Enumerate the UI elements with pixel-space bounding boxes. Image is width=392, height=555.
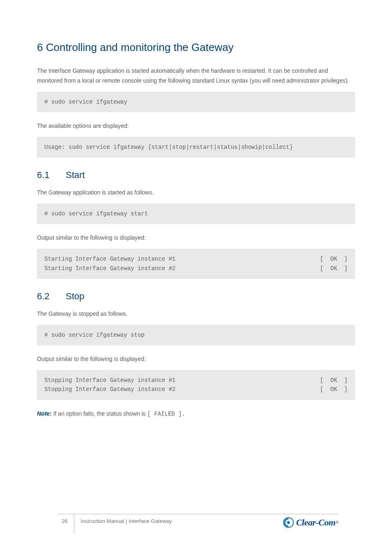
heading-num: 6.2 [37, 291, 66, 302]
start-output-intro: Output similar to the following is displ… [37, 233, 355, 243]
note-paragraph: Note: If an option fails, the status sho… [37, 409, 355, 419]
code-start-output: Starting Interface Gateway instance #1[ … [37, 249, 355, 279]
footer-rule-vert [74, 514, 74, 534]
code-start-cmd: # sudo service ifgateway start [37, 204, 355, 224]
output-row: Starting Interface Gateway instance #1[ … [44, 254, 348, 264]
output-right: [ OK ] [320, 254, 348, 264]
brand-logo: Clear-Com® [283, 517, 339, 528]
output-left: Stopping Interface Gateway instance #1 [44, 376, 175, 385]
page-number: 26 [62, 518, 67, 524]
note-text: If an option fails, the status shown is [53, 410, 148, 417]
svg-point-1 [287, 521, 290, 524]
heading-title: Stop [66, 291, 84, 301]
note-failed-status: [ FAILED ]. [147, 411, 185, 417]
output-row: Stopping Interface Gateway instance #1[ … [44, 376, 348, 385]
output-left: Stopping Interface Gateway instance #2 [44, 385, 175, 394]
output-right: [ OK ] [320, 376, 348, 385]
output-row: Stopping Interface Gateway instance #2[ … [44, 385, 348, 394]
page-content: 6 Controlling and monitoring the Gateway… [0, 0, 392, 442]
logo-registered: ® [336, 520, 339, 525]
footer-doc-title: Instruction Manual | Interface Gateway [81, 518, 172, 524]
output-row: Starting Interface Gateway instance #2[ … [44, 264, 348, 273]
note-label: Note: [37, 410, 52, 417]
clearcom-icon [283, 517, 294, 528]
para-available-options: The available options are displayed: [37, 121, 355, 131]
heading-num: 6.1 [37, 170, 66, 180]
heading-1: 6 Controlling and monitoring the Gateway [37, 41, 355, 54]
code-usage-output: Usage: sudo service ifgateway {start|sto… [37, 137, 355, 157]
start-intro: The Gateway application is started as fo… [37, 188, 355, 198]
heading-stop: 6.2Stop [37, 291, 355, 302]
code-stop-cmd: # sudo service ifgateway stop [37, 325, 355, 345]
output-right: [ OK ] [320, 264, 348, 273]
page-footer: 26 Instruction Manual | Interface Gatewa… [0, 514, 392, 539]
stop-output-intro: Output similar to the following is displ… [37, 354, 355, 364]
stop-intro: The Gateway is stopped as follows. [37, 309, 355, 319]
intro-paragraph: The Interface Gateway application is sta… [37, 66, 355, 86]
heading-title: Start [66, 170, 85, 180]
output-right: [ OK ] [320, 385, 348, 394]
footer-rule-top [58, 514, 339, 514]
logo-text: Clear-Com [296, 517, 336, 528]
code-usage-cmd: # sudo service ifgateway [37, 92, 355, 112]
heading-start: 6.1Start [37, 170, 355, 180]
code-stop-output: Stopping Interface Gateway instance #1[ … [37, 370, 355, 400]
output-left: Starting Interface Gateway instance #1 [44, 254, 175, 264]
output-left: Starting Interface Gateway instance #2 [44, 264, 175, 273]
